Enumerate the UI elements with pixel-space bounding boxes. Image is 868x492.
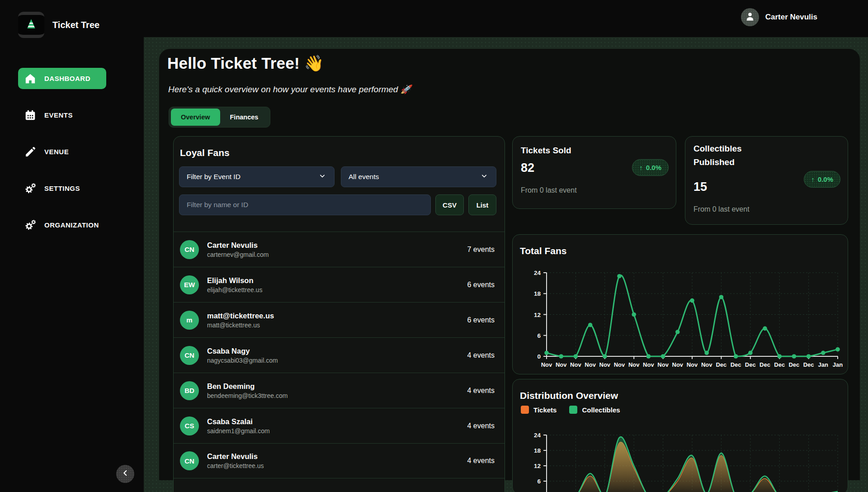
fan-events-count: 7 events <box>467 246 495 254</box>
fan-info: Csaba Szalai saidnem1@gmail.com <box>207 417 270 435</box>
total-fans-chart: 06121824NovNovNovNovNovNovNovNovNovNovNo… <box>513 235 848 374</box>
user-icon <box>745 11 755 24</box>
brand[interactable]: Ticket Tree <box>18 12 99 38</box>
fan-name: Csaba Szalai <box>207 417 270 426</box>
svg-text:Nov: Nov <box>570 361 581 368</box>
svg-text:Nov: Nov <box>585 361 596 368</box>
user-menu[interactable]: Carter Nevulis <box>741 8 817 26</box>
fan-search-input[interactable] <box>179 194 431 215</box>
fan-events-count: 4 events <box>467 387 495 395</box>
fan-avatar: CN <box>180 346 199 365</box>
fan-info: Csaba Nagy nagycsabi03@gmail.com <box>207 347 278 364</box>
tickets-sold-delta-badge: ↑ 0.0% <box>632 159 669 176</box>
fan-list-item[interactable]: CN Carter Nevulis carternev@gmail.com 7 … <box>174 232 505 267</box>
pencil-icon <box>24 146 36 158</box>
gears-icon <box>24 219 36 231</box>
fan-name: Csaba Nagy <box>207 347 278 355</box>
gears-icon <box>24 183 36 194</box>
tab-bar: OverviewFinances <box>169 107 270 128</box>
collectibles-value: 15 <box>693 180 707 194</box>
svg-text:Nov: Nov <box>599 361 611 368</box>
svg-text:Dec: Dec <box>803 361 814 368</box>
fan-list-item[interactable]: m matt@tickettree.us matt@tickettree.us … <box>174 302 505 337</box>
svg-text:24: 24 <box>534 432 541 439</box>
content-background: Hello Ticket Tree! 👋 Here's a quick over… <box>144 37 868 492</box>
tab-finances[interactable]: Finances <box>220 109 269 126</box>
fan-avatar: EW <box>180 275 199 294</box>
fan-email: carter@tickettree.us <box>207 462 264 469</box>
svg-text:Nov: Nov <box>672 361 684 368</box>
list-view-button[interactable]: List <box>468 194 496 215</box>
tickets-sold-value: 82 <box>521 161 534 175</box>
sidebar-item-label: ORGANIZATION <box>44 221 99 229</box>
sidebar-item-venue[interactable]: VENUE <box>18 141 106 162</box>
csv-export-button[interactable]: CSV <box>435 194 464 215</box>
collectibles-subtext: From 0 last event <box>693 205 750 213</box>
sidebar: Ticket Tree DASHBOARD EVENTSVENUESETTING… <box>0 0 144 492</box>
svg-text:Nov: Nov <box>541 361 552 368</box>
fan-email: saidnem1@gmail.com <box>207 427 270 435</box>
svg-text:Dec: Dec <box>760 361 770 368</box>
fan-list-item[interactable]: BD Ben Deeming bendeeming@tick3ttree.com… <box>174 373 505 408</box>
fan-list-item[interactable]: EW Elijah Wilson elijah@tickettree.us 6 … <box>174 267 505 302</box>
tab-overview[interactable]: Overview <box>171 109 220 126</box>
sidebar-item-dashboard[interactable]: DASHBOARD <box>18 68 106 89</box>
svg-text:18: 18 <box>534 290 541 297</box>
sidebar-collapse-button[interactable] <box>116 465 134 483</box>
brand-title: Ticket Tree <box>52 20 99 30</box>
sidebar-item-label: SETTINGS <box>44 184 80 192</box>
collectibles-title-line1: Collectibles <box>693 144 742 153</box>
collectibles-card: Collectibles Published 15 ↑ 0.0% From 0 … <box>685 136 848 225</box>
fan-email: bendeeming@tick3ttree.com <box>207 392 288 399</box>
svg-text:Dec: Dec <box>788 361 799 368</box>
chevron-down-icon <box>318 171 327 182</box>
svg-text:Jan: Jan <box>818 361 828 368</box>
sidebar-item-label: DASHBOARD <box>44 75 90 82</box>
svg-text:Nov: Nov <box>657 361 669 368</box>
fan-name: Elijah Wilson <box>207 276 262 285</box>
svg-text:Dec: Dec <box>745 361 756 368</box>
fan-events-count: 4 events <box>467 457 495 465</box>
fan-list-item[interactable]: CS Csaba Szalai saidnem1@gmail.com 4 eve… <box>174 408 505 443</box>
svg-text:Nov: Nov <box>643 361 654 368</box>
collectibles-delta-badge: ↑ 0.0% <box>804 171 840 188</box>
user-name: Carter Nevulis <box>765 13 817 22</box>
svg-text:24: 24 <box>534 270 541 276</box>
fan-info: Elijah Wilson elijah@tickettree.us <box>207 276 262 293</box>
event-select[interactable]: All events <box>341 166 496 187</box>
tickets-sold-delta: 0.0% <box>646 164 661 171</box>
fan-info: Ben Deeming bendeeming@tick3ttree.com <box>207 382 288 399</box>
fan-email: carternev@gmail.com <box>207 251 269 258</box>
event-select-value: All events <box>349 173 379 181</box>
svg-text:0: 0 <box>537 353 541 360</box>
sidebar-item-organization[interactable]: ORGANIZATION <box>18 214 106 236</box>
collectibles-delta: 0.0% <box>818 175 833 183</box>
sidebar-item-label: EVENTS <box>44 111 73 119</box>
home-icon <box>24 73 36 85</box>
fan-list: CN Carter Nevulis carternev@gmail.com 7 … <box>174 232 505 478</box>
total-fans-card: Total Fans 06121824NovNovNovNovNovNovNov… <box>512 234 848 374</box>
distribution-card: Distribution Overview Tickets Collectibl… <box>512 379 848 492</box>
fan-info: matt@tickettree.us matt@tickettree.us <box>207 312 274 329</box>
arrow-up-icon: ↑ <box>811 175 815 183</box>
sidebar-item-events[interactable]: EVENTS <box>18 104 106 126</box>
fan-list-item[interactable]: CN Carter Nevulis carter@tickettree.us 4… <box>174 443 505 478</box>
fan-list-item[interactable]: CN Csaba Nagy nagycsabi03@gmail.com 4 ev… <box>174 337 505 373</box>
fan-info: Carter Nevulis carternev@gmail.com <box>207 241 269 258</box>
main-panel: Hello Ticket Tree! 👋 Here's a quick over… <box>159 49 860 480</box>
svg-text:18: 18 <box>534 447 541 454</box>
sidebar-nav: DASHBOARD EVENTSVENUESETTINGSORGANIZATIO… <box>18 68 106 236</box>
svg-text:12: 12 <box>534 463 541 469</box>
tickets-sold-title: Tickets Sold <box>521 144 571 157</box>
fan-avatar: BD <box>180 381 199 400</box>
fan-name: matt@tickettree.us <box>207 312 274 320</box>
svg-text:Jan: Jan <box>833 361 843 368</box>
svg-text:6: 6 <box>537 332 541 339</box>
svg-text:Dec: Dec <box>774 361 785 368</box>
svg-text:Nov: Nov <box>628 361 640 368</box>
chevron-left-icon <box>120 468 130 480</box>
sidebar-item-settings[interactable]: SETTINGS <box>18 178 106 199</box>
event-id-filter-select[interactable]: Filter by Event ID <box>179 166 335 187</box>
fan-avatar: m <box>180 311 199 330</box>
fan-name: Ben Deeming <box>207 382 288 391</box>
